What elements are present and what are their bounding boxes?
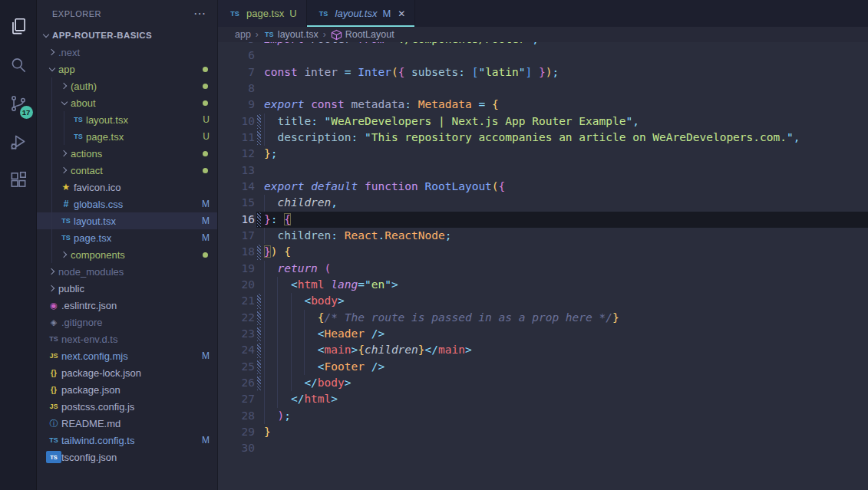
code-text: <html lang="en"> xyxy=(264,277,398,293)
tree-item-label: page.tsx xyxy=(74,232,111,244)
breadcrumb-folder[interactable]: app xyxy=(235,29,251,40)
code-text: <body> xyxy=(264,293,345,309)
chevron-right-icon xyxy=(46,265,58,278)
tree-indent-guide xyxy=(51,145,52,162)
tree-item-auth[interactable]: (auth) xyxy=(37,77,217,94)
code-editor[interactable]: 5import Footer from "./components/Footer… xyxy=(218,42,868,490)
code-line-20[interactable]: 20 <html lang="en"> xyxy=(218,277,868,293)
workspace-root-row[interactable]: APP-ROUTER-BASICS xyxy=(37,27,217,44)
search-icon[interactable] xyxy=(0,46,37,84)
explorer-more-actions-icon[interactable]: ⋯ xyxy=(193,6,206,21)
code-line-29[interactable]: 29} xyxy=(218,424,868,440)
tree-item-app[interactable]: app xyxy=(37,61,217,77)
gutter xyxy=(255,81,264,97)
code-line-21[interactable]: 21 <body> xyxy=(218,293,868,309)
code-text: }) { xyxy=(264,244,291,260)
code-line-6[interactable]: 6 xyxy=(218,48,868,64)
tab-layout.tsx[interactable]: TSlayout.tsxM✕ xyxy=(307,0,416,27)
extensions-icon[interactable] xyxy=(0,161,37,199)
code-line-27[interactable]: 27 </html> xyxy=(218,391,868,407)
code-line-9[interactable]: 9export const metadata: Metadata = { xyxy=(218,97,868,113)
tree-item-.eslintrc.json[interactable]: ◉.eslintrc.json xyxy=(37,297,217,314)
gutter xyxy=(255,440,264,456)
code-text: export default function RootLayout({ xyxy=(264,179,505,195)
code-text: title: "WeAreDevelopers | Next.js App Ro… xyxy=(264,113,639,130)
code-line-11[interactable]: 11 description: "This repository accompa… xyxy=(218,130,868,146)
line-number: 6 xyxy=(218,48,255,64)
tree-item-package.json[interactable]: {}package.json xyxy=(37,381,217,398)
code-line-17[interactable]: 17 children: React.ReactNode; xyxy=(218,228,868,244)
code-line-22[interactable]: 22 {/* The route is passed in as a prop … xyxy=(218,310,868,326)
code-line-5[interactable]: 5import Footer from "./components/Footer… xyxy=(218,42,868,48)
tree-item-label: (auth) xyxy=(71,81,97,92)
tree-item-tailwind.config.ts[interactable]: TStailwind.config.tsM xyxy=(37,432,217,449)
tree-item-label: tailwind.config.ts xyxy=(61,435,134,446)
code-line-12[interactable]: 12}; xyxy=(218,146,868,162)
tree-item-.gitignore[interactable]: ◈.gitignore xyxy=(37,314,217,331)
tree-item-label: globals.css xyxy=(74,199,123,210)
git-file-icon: ◈ xyxy=(46,316,61,328)
code-line-26[interactable]: 26 </body> xyxy=(218,375,868,391)
tree-item-package-lock.json[interactable]: {}package-lock.json xyxy=(37,364,217,381)
explorer-icon[interactable] xyxy=(0,8,37,46)
tree-item-actions[interactable]: actions xyxy=(37,145,217,162)
git-status-badge: M xyxy=(202,199,210,209)
code-line-10[interactable]: 10 title: "WeAreDevelopers | Next.js App… xyxy=(218,113,868,130)
line-number: 10 xyxy=(218,113,255,130)
code-text: <Footer /> xyxy=(264,359,384,375)
git-modified-gutter-mark xyxy=(255,342,264,358)
code-line-8[interactable]: 8 xyxy=(218,81,868,97)
code-line-30[interactable]: 30 xyxy=(218,440,868,456)
run-debug-icon[interactable] xyxy=(0,123,37,161)
tree-item-contact[interactable]: contact xyxy=(37,162,217,179)
code-line-25[interactable]: 25 <Footer /> xyxy=(218,359,868,375)
tree-item-label: .eslintrc.json xyxy=(61,300,117,311)
gutter xyxy=(255,179,264,195)
ts-badge-file-icon: TS xyxy=(46,451,61,463)
code-line-14[interactable]: 14export default function RootLayout({ xyxy=(218,179,868,195)
tree-indent-guide xyxy=(51,246,52,263)
tree-item-favicon.ico[interactable]: ★favicon.ico xyxy=(37,179,217,196)
code-text: ); xyxy=(264,408,291,424)
tree-item-public[interactable]: public xyxy=(37,280,217,297)
code-line-19[interactable]: 19 return ( xyxy=(218,261,868,277)
tree-item-layout.tsx[interactable]: TSlayout.tsxM xyxy=(37,212,217,229)
tree-item-page.tsx[interactable]: TSpage.tsxU xyxy=(37,128,217,145)
chevron-down-icon xyxy=(40,29,52,41)
code-text: return ( xyxy=(264,261,331,277)
tree-item-globals.css[interactable]: #globals.cssM xyxy=(37,196,217,212)
tree-item-postcss.config.js[interactable]: JSpostcss.config.js xyxy=(37,398,217,415)
code-line-24[interactable]: 24 <main>{children}</main> xyxy=(218,342,868,358)
source-control-icon[interactable]: 17 xyxy=(0,84,37,123)
code-line-7[interactable]: 7const inter = Inter({ subsets: ["latin"… xyxy=(218,64,868,81)
tree-item-page.tsx[interactable]: TSpage.tsxM xyxy=(37,229,217,246)
code-text: <Header /> xyxy=(264,326,384,342)
tree-item-label: app xyxy=(58,64,75,75)
git-modified-gutter-mark xyxy=(255,244,264,260)
code-line-23[interactable]: 23 <Header /> xyxy=(218,326,868,342)
tree-item-.next[interactable]: .next xyxy=(37,44,217,61)
code-text: children: React.ReactNode; xyxy=(264,228,451,244)
tree-item-layout.tsx[interactable]: TSlayout.tsxU xyxy=(37,111,217,128)
tree-item-components[interactable]: components xyxy=(37,246,217,263)
close-tab-icon[interactable]: ✕ xyxy=(398,8,405,19)
tree-item-README.md[interactable]: ⓘREADME.md xyxy=(37,415,217,432)
code-line-16[interactable]: 16}: { xyxy=(218,212,868,228)
code-line-28[interactable]: 28 ); xyxy=(218,408,868,424)
code-line-13[interactable]: 13 xyxy=(218,163,868,179)
breadcrumb-separator: › xyxy=(256,29,259,40)
breadcrumb-file[interactable]: layout.tsx xyxy=(278,29,318,40)
tree-item-next.config.mjs[interactable]: JSnext.config.mjsM xyxy=(37,347,217,364)
tree-item-nodemodules[interactable]: node_modules xyxy=(37,263,217,280)
tree-item-tsconfig.json[interactable]: TStsconfig.json xyxy=(37,449,217,465)
tree-item-next-env.d.ts[interactable]: TSnext-env.d.ts xyxy=(37,331,217,347)
chevron-right-icon xyxy=(58,80,71,92)
line-number: 17 xyxy=(218,228,255,244)
line-number: 9 xyxy=(218,97,255,113)
code-line-18[interactable]: 18}) { xyxy=(218,244,868,260)
tab-page.tsx[interactable]: TSpage.tsxU xyxy=(218,0,307,27)
breadcrumb-symbol[interactable]: RootLayout xyxy=(345,29,394,40)
line-number: 20 xyxy=(218,277,255,293)
tree-item-about[interactable]: about xyxy=(37,94,217,111)
code-line-15[interactable]: 15 children, xyxy=(218,195,868,211)
